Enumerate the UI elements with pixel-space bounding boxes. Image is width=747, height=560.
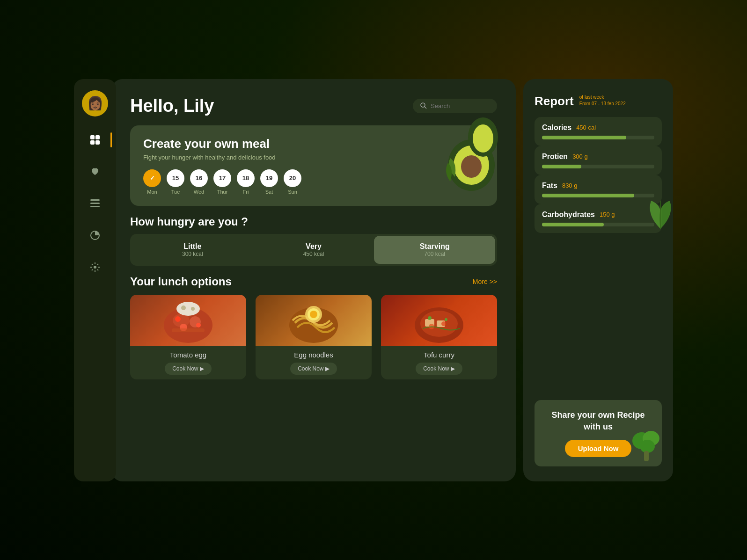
food-name: Tomato egg: [170, 351, 206, 359]
day-item-sun[interactable]: 20Sun: [284, 169, 301, 195]
report-header: Report of last week From 07 - 13 feb 202…: [535, 94, 662, 109]
svg-point-25: [191, 307, 195, 311]
day-circle: 16: [190, 169, 208, 187]
hunger-option-starving[interactable]: Starving700 kcal: [374, 236, 495, 264]
day-item-sat[interactable]: 19Sat: [260, 169, 278, 195]
app-wrapper: 👩🏾: [74, 79, 673, 481]
nutrient-card-calories: Calories450 cal: [535, 117, 662, 146]
meal-banner-title: Create your own meal: [143, 137, 484, 151]
sidebar-item-settings[interactable]: [87, 259, 103, 276]
svg-point-24: [181, 305, 186, 310]
day-label: Thur: [217, 189, 228, 195]
day-circle: 18: [237, 169, 255, 187]
day-item-fri[interactable]: 18Fri: [237, 169, 255, 195]
svg-point-21: [175, 316, 181, 322]
nutrient-card-protien: Protien300 g: [535, 146, 662, 175]
greeting: Hello, Lily: [130, 96, 214, 116]
day-circle: 15: [167, 169, 184, 187]
food-card: Tomato eggCook Now ▶: [130, 295, 246, 379]
svg-point-15: [473, 124, 493, 153]
main-panel: Hello, Lily Create your own meal Fight y…: [111, 79, 516, 481]
nutrient-value: 830 g: [562, 182, 578, 189]
day-circle: ✓: [143, 169, 161, 187]
search-bar[interactable]: [413, 99, 497, 113]
header: Hello, Lily: [130, 96, 497, 116]
sidebar-item-reports[interactable]: [87, 227, 103, 244]
day-item-wed[interactable]: 16Wed: [190, 169, 208, 195]
cook-now-button[interactable]: Cook Now ▶: [165, 363, 212, 375]
progress-bar-bg: [542, 194, 654, 197]
nutrient-card-fats: Fats830 g: [535, 175, 662, 204]
day-label: Sun: [288, 189, 297, 195]
progress-bar-fill: [542, 165, 581, 168]
hunger-option-kcal: 450 kcal: [260, 251, 368, 257]
avatar[interactable]: 👩🏾: [82, 90, 108, 116]
avocado-decoration: [441, 116, 502, 186]
day-circle: 19: [260, 169, 278, 187]
meal-banner-content: Create your own meal Fight your hunger w…: [143, 137, 484, 195]
avatar-emoji: 👩🏾: [87, 95, 103, 111]
hunger-option-very[interactable]: Very450 kcal: [253, 236, 374, 264]
upload-button[interactable]: Upload Now: [565, 440, 632, 457]
day-item-tue[interactable]: 15Tue: [167, 169, 184, 195]
hunger-option-little[interactable]: Little300 kcal: [132, 236, 253, 264]
svg-point-23: [176, 302, 200, 316]
day-item-thur[interactable]: 17Thur: [213, 169, 231, 195]
mint-decoration: [644, 191, 673, 240]
nutrient-header: Fats830 g: [542, 182, 654, 190]
days-row: ✓Mon15Tue16Wed17Thur18Fri19Sat20Sun: [143, 169, 484, 195]
sidebar-item-dashboard[interactable]: [87, 131, 103, 148]
progress-bar-fill: [542, 194, 634, 197]
svg-rect-41: [644, 451, 649, 461]
svg-rect-2: [90, 140, 95, 145]
food-info: Egg noodlesCook Now ▶: [256, 346, 372, 379]
hunger-option-name: Starving: [381, 242, 489, 251]
search-input[interactable]: [431, 102, 487, 109]
food-name: Egg noodles: [294, 351, 333, 359]
nutrient-header: Calories450 cal: [542, 124, 654, 132]
svg-rect-20: [172, 328, 205, 332]
meal-banner: Create your own meal Fight your hunger w…: [130, 125, 497, 206]
day-item-mon[interactable]: ✓Mon: [143, 169, 161, 195]
food-emoji: [130, 295, 246, 346]
hunger-option-name: Very: [260, 242, 368, 251]
food-image: [256, 295, 372, 346]
hunger-title: How hungry are you ?: [130, 215, 497, 228]
lunch-section: Your lunch options More >> Tomato eggCoo…: [130, 275, 497, 465]
cook-now-button[interactable]: Cook Now ▶: [290, 363, 337, 375]
day-label: Wed: [194, 189, 204, 195]
sidebar-item-favorites[interactable]: [87, 163, 103, 180]
sidebar-item-list[interactable]: [87, 195, 103, 212]
nutrients-container: Calories450 calProtien300 gFats830 gCarb…: [535, 117, 662, 233]
search-icon: [420, 102, 427, 109]
nutrient-name: Fats: [542, 182, 557, 190]
svg-point-8: [94, 266, 96, 269]
svg-line-10: [425, 107, 426, 109]
hunger-options: Little300 kcalVery450 kcalStarving700 kc…: [130, 234, 497, 266]
progress-bar-bg: [542, 223, 654, 226]
svg-rect-4: [90, 199, 100, 201]
food-emoji: [381, 295, 497, 346]
more-link[interactable]: More >>: [473, 278, 497, 285]
cook-now-button[interactable]: Cook Now ▶: [416, 363, 462, 375]
day-circle: 20: [284, 169, 301, 187]
svg-rect-1: [95, 135, 100, 139]
svg-rect-3: [95, 140, 100, 145]
meal-banner-subtitle: Fight your hunger with healthy and delic…: [143, 154, 484, 161]
day-circle: 17: [213, 169, 231, 187]
food-card: Egg noodlesCook Now ▶: [256, 295, 372, 379]
share-card: Share your own Recipe with us Upload Now: [535, 400, 662, 466]
day-label: Fri: [243, 189, 249, 195]
right-panel: Report of last week From 07 - 13 feb 202…: [523, 79, 673, 481]
nutrient-name: Carbohydrates: [542, 211, 595, 219]
progress-bar-fill: [542, 136, 626, 139]
day-label: Tue: [171, 189, 180, 195]
nutrient-value: 300 g: [572, 153, 588, 160]
svg-rect-6: [90, 206, 100, 207]
svg-point-9: [421, 103, 425, 107]
svg-point-35: [441, 321, 446, 326]
food-info: Tomato eggCook Now ▶: [130, 346, 246, 379]
nutrient-value: 450 cal: [576, 124, 596, 131]
lunch-title: Your lunch options: [130, 275, 232, 288]
hunger-option-kcal: 700 kcal: [381, 251, 489, 257]
